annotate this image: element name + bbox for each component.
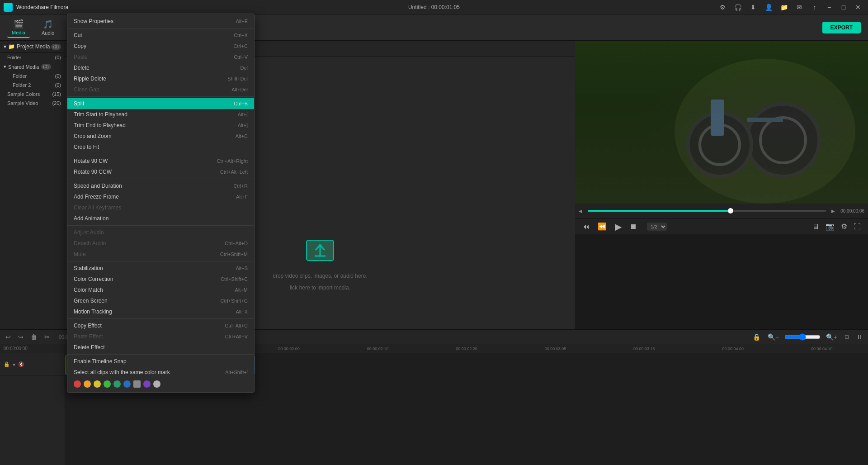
screenshot-icon[interactable]: 📷 <box>824 221 836 232</box>
ctx-divider-2 <box>67 96 254 97</box>
zoom-slider[interactable] <box>784 333 821 341</box>
swatch-red[interactable] <box>74 380 81 388</box>
ctx-clear-keyframes: Clear All Keyframes <box>67 202 254 213</box>
close-button[interactable]: ✕ <box>852 2 864 12</box>
export-button[interactable]: EXPORT <box>822 22 861 33</box>
ctx-color-match[interactable]: Color Match Alt+M <box>67 285 254 295</box>
pause-icon[interactable]: ⏸ <box>854 332 864 342</box>
message-icon[interactable]: ✉ <box>793 2 806 12</box>
ctx-delete-effect[interactable]: Delete Effect <box>67 342 254 353</box>
audio-tab-icon: 🎵 <box>43 19 53 29</box>
ctx-motion-tracking[interactable]: Motion Tracking Alt+X <box>67 306 254 317</box>
import-hint-1: drop video clips, images, or audio here. <box>273 273 367 279</box>
ctx-delete-shortcut: Del <box>240 65 248 71</box>
ctx-divider-3 <box>67 154 254 154</box>
swatch-teal[interactable] <box>113 380 121 388</box>
ctx-show-properties[interactable]: Show Properties Alt+E <box>67 16 254 27</box>
ratio-select[interactable]: 1/2 1/1 1/4 <box>647 223 667 231</box>
step-back-button[interactable]: ⏪ <box>596 221 609 232</box>
ctx-paste: Paste Ctrl+V <box>67 52 254 62</box>
ctx-add-animation-label: Add Animation <box>74 215 108 222</box>
swatch-purple[interactable] <box>143 380 151 388</box>
ctx-freeze-frame[interactable]: Add Freeze Frame Alt+F <box>67 191 254 202</box>
upgrade-icon[interactable]: ↑ <box>808 2 821 12</box>
ctx-split-label: Split <box>74 100 84 107</box>
tree-folder-2[interactable]: Folder 2 (0) <box>0 81 65 90</box>
settings-preview-icon[interactable]: ⚙ <box>839 221 849 232</box>
ctx-green-screen[interactable]: Green Screen Ctrl+Shift+G <box>67 295 254 306</box>
ctx-rotate-ccw[interactable]: Rotate 90 CCW Ctrl+Alt+Left <box>67 166 254 177</box>
zoom-in-button[interactable]: 🔍+ <box>824 332 839 342</box>
ctx-detach-audio: Detach Audio Ctrl+Alt+D <box>67 238 254 249</box>
ctx-copy-effect[interactable]: Copy Effect Ctrl+Alt+C <box>67 320 254 331</box>
ctx-crop-zoom-shortcut: Alt+C <box>236 133 248 139</box>
sample-video-label: Sample Video <box>7 100 38 106</box>
ctx-stabilization[interactable]: Stabilization Alt+S <box>67 263 254 274</box>
timeline-thumb[interactable] <box>728 208 733 214</box>
ctx-rotate-ccw-label: Rotate 90 CCW <box>74 169 112 175</box>
ctx-select-same-color[interactable]: Select all clips with the same color mar… <box>67 367 254 378</box>
ctx-trim-start[interactable]: Trim Start to Playhead Alt+[ <box>67 109 254 120</box>
settings-icon[interactable]: ⚙ <box>716 2 729 12</box>
screen-icon[interactable]: 🖥 <box>810 222 821 232</box>
fit-button[interactable]: ⊡ <box>843 333 851 341</box>
ctx-detach-audio-label: Detach Audio <box>74 240 106 247</box>
skip-back-button[interactable]: ⏮ <box>580 222 591 232</box>
split-button[interactable]: ✂ <box>42 332 52 342</box>
ctx-detach-audio-shortcut: Ctrl+Alt+D <box>225 241 248 246</box>
download-icon[interactable]: ⬇ <box>747 2 760 12</box>
swatch-orange[interactable] <box>84 380 91 388</box>
ctx-delete[interactable]: Delete Del <box>67 62 254 73</box>
snap-icon[interactable]: 🔒 <box>751 332 762 342</box>
stop-button[interactable]: ⏹ <box>628 222 639 232</box>
ctx-speed-duration[interactable]: Speed and Duration Ctrl+R <box>67 180 254 191</box>
tree-folder-sm-1[interactable]: Folder (0) <box>0 71 65 81</box>
redo-button[interactable]: ↪ <box>16 332 25 342</box>
tree-folder-1[interactable]: Folder (0) <box>0 53 65 62</box>
ruler-tick-5: 00:00:02:20 <box>422 346 511 351</box>
swatch-light-gray[interactable] <box>153 380 160 388</box>
ctx-cut-shortcut: Ctrl+X <box>234 33 248 38</box>
tree-sample-video[interactable]: Sample Video (20) <box>0 99 65 108</box>
import-hint-2: lick here to import media. <box>290 285 350 291</box>
title-bar: Wondershare Filmora Untitled : 00:00:01:… <box>0 0 868 14</box>
ctx-split[interactable]: Split Ctrl+B <box>67 98 254 109</box>
swatch-green[interactable] <box>104 380 111 388</box>
ctx-crop-fit[interactable]: Crop to Fit <box>67 142 254 152</box>
headset-icon[interactable]: 🎧 <box>731 2 744 12</box>
delete-button[interactable]: 🗑 <box>29 332 39 342</box>
timeline-progress[interactable] <box>588 210 826 212</box>
folder-icon[interactable]: 📁 <box>778 2 790 12</box>
tab-audio[interactable]: 🎵 Audio <box>37 18 59 38</box>
ctx-copy[interactable]: Copy Ctrl+C <box>67 41 254 52</box>
ctx-trim-end[interactable]: Trim End to Playhead Alt+] <box>67 120 254 131</box>
maximize-button[interactable]: □ <box>837 2 850 12</box>
ctx-paste-effect-shortcut: Ctrl+Alt+V <box>225 334 248 339</box>
ctx-crop-zoom[interactable]: Crop and Zoom Alt+C <box>67 131 254 142</box>
playback-controls: ⏮ ⏪ ▶ ⏹ 1/2 1/1 1/4 🖥 📷 ⚙ ⛶ <box>575 218 868 234</box>
zoom-out-button[interactable]: 🔍− <box>766 332 781 342</box>
minimize-button[interactable]: − <box>823 2 835 12</box>
tree-shared-media[interactable]: ▾ Shared Media (0) <box>0 62 65 71</box>
fullscreen-icon[interactable]: ⛶ <box>852 222 863 232</box>
play-button[interactable]: ▶ <box>613 220 623 233</box>
title-bar-right: ⚙ 🎧 ⬇ 👤 📁 ✉ ↑ − □ ✕ <box>716 2 864 12</box>
ctx-ripple-delete[interactable]: Ripple Delete Shift+Del <box>67 73 254 84</box>
ctx-cut[interactable]: Cut Ctrl+X <box>67 30 254 41</box>
swatch-square-gray[interactable] <box>133 380 141 388</box>
ctx-enable-snap[interactable]: Enable Timeline Snap <box>67 356 254 367</box>
tab-media[interactable]: 🎬 Media <box>7 17 30 38</box>
ctx-add-animation[interactable]: Add Animation <box>67 213 254 224</box>
timeline-time-label: 00:00:00:00 <box>4 346 28 351</box>
profile-icon[interactable]: 👤 <box>762 2 775 12</box>
project-media-count: (0) <box>51 44 61 50</box>
ctx-rotate-cw[interactable]: Rotate 90 CW Ctrl+Alt+Right <box>67 156 254 166</box>
ctx-color-correction[interactable]: Color Correction Ctrl+Shift+C <box>67 274 254 285</box>
tree-sample-colors[interactable]: Sample Colors (15) <box>0 90 65 99</box>
swatch-yellow[interactable] <box>94 380 101 388</box>
ctx-copy-effect-label: Copy Effect <box>74 323 102 329</box>
playback-bar: ◀ ▶ 00:00:00:06 <box>575 204 868 218</box>
tree-folder-2-count: (0) <box>55 82 61 88</box>
swatch-blue[interactable] <box>123 380 131 388</box>
undo-button[interactable]: ↩ <box>4 332 13 342</box>
